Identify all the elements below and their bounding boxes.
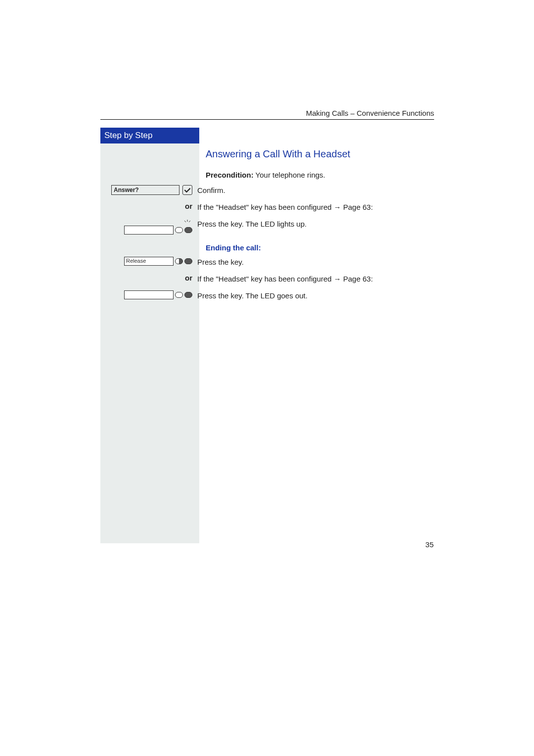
blank-key-1 xyxy=(124,226,174,235)
led-key-button-1 xyxy=(184,227,192,233)
arrow-icon-2: → xyxy=(334,275,343,283)
led-indicator-off-small xyxy=(175,227,183,233)
headset-config-text-1: If the "Headset" key has been configured… xyxy=(197,202,373,213)
press-led-off-text: Press the key. The LED goes out. xyxy=(197,290,308,302)
release-key-label: Release xyxy=(124,257,174,266)
section-heading: Answering a Call With a Headset xyxy=(206,148,434,160)
led-flash-icon xyxy=(182,219,192,226)
answer-row: Answer? Confirm. xyxy=(206,185,434,198)
led-key-button-3 xyxy=(184,292,192,298)
headset-key-row-off: Press the key. The LED goes out. xyxy=(206,290,434,303)
main-content: Answering a Call With a Headset Precondi… xyxy=(206,148,434,307)
led-half-icon xyxy=(175,258,183,264)
precondition-text: Your telephone rings. xyxy=(254,171,325,179)
press-key-text: Press the key. xyxy=(197,257,244,268)
precondition-line: Precondition: Your telephone rings. xyxy=(206,170,434,181)
svg-line-2 xyxy=(189,221,190,222)
headset-config-text-2: If the "Headset" key has been configured… xyxy=(197,274,373,285)
or-row-1: or If the "Headset" key has been configu… xyxy=(206,202,434,215)
running-header: Making Calls – Convenience Functions xyxy=(100,109,434,120)
page-number: 35 xyxy=(425,540,434,549)
blank-key-2 xyxy=(124,290,174,299)
sidebar-title: Step by Step xyxy=(100,128,199,143)
display-answer: Answer? xyxy=(111,185,179,195)
led-key-button-2 xyxy=(184,258,192,264)
release-row: Release Press the key. xyxy=(206,257,434,270)
svg-line-1 xyxy=(184,221,186,222)
or-label-2: or xyxy=(185,274,192,282)
press-led-on-text: Press the key. The LED lights up. xyxy=(197,219,307,230)
headset-key-row-on: Press the key. The LED lights up. xyxy=(206,219,434,235)
arrow-icon: → xyxy=(334,203,343,211)
led-indicator-off xyxy=(175,292,183,298)
or-row-2: or If the "Headset" key has been configu… xyxy=(206,274,434,286)
precondition-label: Precondition: xyxy=(206,171,254,179)
running-title-text: Making Calls – Convenience Functions xyxy=(306,109,434,117)
ending-the-call-heading: Ending the call: xyxy=(206,243,434,252)
confirm-text: Confirm. xyxy=(197,185,225,196)
or-label-1: or xyxy=(185,202,192,210)
confirm-key-icon xyxy=(182,185,192,195)
